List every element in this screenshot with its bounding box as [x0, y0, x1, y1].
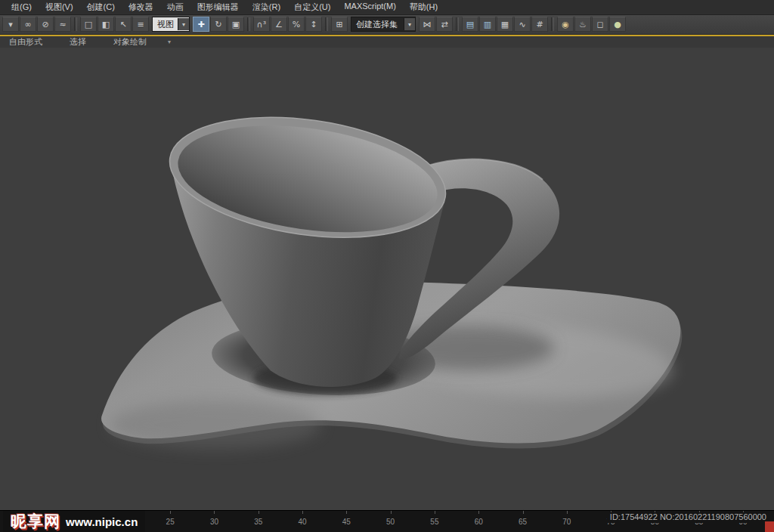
menu-item[interactable]: MAXScript(M)	[337, 2, 402, 13]
toolbar-separator	[74, 17, 77, 31]
window-crossing-icon[interactable]: ◧	[98, 17, 114, 32]
toolbar-separator	[456, 17, 459, 31]
toolbar-overflow-icon[interactable]: ▾	[2, 17, 19, 32]
timeline-tick: 55	[413, 518, 457, 526]
toolbar-group-render: ◉♨◻●	[557, 17, 626, 32]
render-setup-icon[interactable]: ♨	[574, 17, 591, 32]
ribbon-collapse-icon[interactable]: ▾	[168, 39, 171, 45]
timeline-tick: 25	[148, 518, 192, 526]
rectangular-selection-icon[interactable]: □	[80, 17, 97, 32]
menu-item[interactable]: 创建(C)	[80, 2, 122, 13]
timeline-tick: 60	[457, 518, 500, 526]
toolbar-group-link: ▾∞⊘≈	[2, 17, 71, 32]
timeline-tick: 50	[368, 518, 412, 526]
ribbon-tabs: 自由形式选择对象绘制	[9, 36, 147, 48]
toolbar-group-snaps: ∩³∠%↕	[253, 17, 322, 32]
main-toolbar: ▾∞⊘≈ □◧↖≡ 视图 ▾ ✚↻▣ ∩³∠%↕ ⊞ 创建选择集 ▾ ⋈⇄ ▤▥	[0, 15, 774, 35]
layer-manager-icon[interactable]: ▤	[462, 17, 478, 32]
timeline-tick: 40	[280, 518, 324, 526]
3dsmax-window: 组(G)视图(V)创建(C)修改器动画图形编辑器渲染(R)自定义(U)MAXSc…	[0, 0, 774, 532]
ribbon-tab[interactable]: 对象绘制	[113, 36, 147, 48]
nipic-watermark: 昵享网 www.nipic.cn	[3, 511, 145, 532]
menu-item[interactable]: 自定义(U)	[287, 2, 337, 13]
timeline-tick: 70	[545, 518, 589, 526]
select-and-move-icon[interactable]: ✚	[193, 17, 209, 32]
percent-snap-icon[interactable]: %	[288, 17, 305, 32]
schematic-view-icon[interactable]: #	[531, 17, 548, 32]
menu-item[interactable]: 动画	[160, 2, 190, 13]
scene-explorer-icon[interactable]: ▥	[479, 17, 496, 32]
perspective-viewport[interactable]	[0, 48, 774, 510]
toolbar-group-transform: ✚↻▣	[193, 17, 244, 32]
material-editor-icon[interactable]: ◉	[557, 17, 574, 32]
align-icon[interactable]: ⇄	[436, 17, 453, 32]
watermark-site-name: 昵享网	[11, 511, 60, 532]
ribbon-tab-strip: 自由形式选择对象绘制 ▾	[0, 35, 774, 48]
menu-item[interactable]: 渲染(R)	[246, 2, 287, 13]
named-selection-sets-dropdown[interactable]: 创建选择集 ▾	[351, 17, 416, 32]
menu-item[interactable]: 图形编辑器	[190, 2, 246, 13]
unlink-selection-icon[interactable]: ⊘	[37, 17, 54, 32]
coordinate-system-dropdown[interactable]: 视图 ▾	[152, 17, 190, 32]
ribbon-tab[interactable]: 自由形式	[9, 36, 42, 48]
toolbar-group-edit: ⋈⇄	[419, 17, 453, 32]
bind-to-spacewarp-icon[interactable]: ≈	[54, 17, 71, 32]
ribbon-tab[interactable]: 选择	[70, 36, 86, 48]
select-and-link-icon[interactable]: ∞	[20, 17, 36, 32]
select-and-scale-icon[interactable]: ▣	[228, 17, 244, 32]
timeline-tick: 65	[500, 518, 544, 526]
toolbar-separator	[551, 17, 554, 31]
keyboard-override-icon[interactable]: ⊞	[331, 17, 348, 32]
select-object-icon[interactable]: ↖	[115, 17, 132, 32]
timeline-tick: 30	[192, 518, 236, 526]
toolbar-group-keyboard: ⊞	[331, 17, 348, 32]
curve-editor-icon[interactable]: ∿	[514, 17, 531, 32]
menu-item[interactable]: 帮助(H)	[403, 2, 444, 13]
menu-bar: 组(G)视图(V)创建(C)修改器动画图形编辑器渲染(R)自定义(U)MAXSc…	[0, 0, 774, 15]
timeline-tick: 35	[237, 518, 280, 526]
watermark-site-url: www.nipic.cn	[66, 515, 138, 528]
coordinate-system-value: 视图	[157, 19, 174, 30]
watermark-id-text: ID:17544922 NO:20160221190807560000	[607, 512, 769, 523]
select-by-name-icon[interactable]: ≡	[132, 17, 149, 32]
angle-snap-icon[interactable]: ∠	[271, 17, 287, 32]
select-and-rotate-icon[interactable]: ↻	[210, 17, 227, 32]
corner-accent	[765, 521, 774, 532]
snap-toggle-icon[interactable]: ∩³	[253, 17, 270, 32]
toolbar-group-selection: □◧↖≡	[80, 17, 149, 32]
spinner-snap-icon[interactable]: ↕	[305, 17, 322, 32]
menu-items: 组(G)视图(V)创建(C)修改器动画图形编辑器渲染(R)自定义(U)MAXSc…	[5, 2, 444, 13]
toolbar-separator	[325, 17, 328, 31]
toolbar-separator	[247, 17, 250, 31]
viewport-canvas[interactable]	[0, 48, 774, 510]
menu-item[interactable]: 视图(V)	[39, 2, 80, 13]
toolbar-group-manage: ▤▥▦∿#	[462, 17, 548, 32]
graphite-ribbon-icon[interactable]: ▦	[497, 17, 513, 32]
timeline-tick: 45	[324, 518, 368, 526]
menu-item[interactable]: 组(G)	[5, 2, 39, 13]
saucer-shade	[110, 401, 321, 449]
render-production-icon[interactable]: ●	[609, 17, 626, 32]
chevron-down-icon[interactable]: ▾	[404, 18, 415, 30]
mirror-icon[interactable]: ⋈	[419, 17, 435, 32]
timeline-bar: 2530354045505560657075808590 ID:17544922…	[0, 510, 774, 532]
menu-item[interactable]: 修改器	[122, 2, 160, 13]
chevron-down-icon[interactable]: ▾	[178, 18, 189, 30]
named-selection-sets-value: 创建选择集	[356, 19, 398, 30]
rendered-frame-icon[interactable]: ◻	[592, 17, 608, 32]
